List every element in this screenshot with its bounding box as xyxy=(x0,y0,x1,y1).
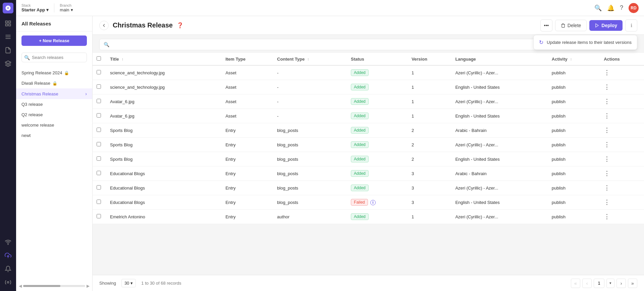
svg-rect-3 xyxy=(9,24,11,26)
row-checkbox[interactable] xyxy=(97,142,101,146)
activity-sort-icon[interactable]: ↕ xyxy=(570,57,572,61)
row-checkbox-cell xyxy=(93,80,106,94)
row-checkbox[interactable] xyxy=(97,156,101,161)
sidebar-item-q2[interactable]: Q2 release xyxy=(16,110,92,120)
row-checkbox[interactable] xyxy=(97,70,101,74)
user-avatar[interactable]: RD xyxy=(629,3,639,13)
page-help-icon[interactable]: ❓ xyxy=(177,22,183,28)
nav-dashboard-icon[interactable] xyxy=(2,17,14,29)
row-checkbox[interactable] xyxy=(97,185,101,190)
row-actions: ⋮ xyxy=(600,80,644,94)
nav-upload-icon[interactable] xyxy=(2,249,14,262)
per-page-value: 30 xyxy=(124,281,129,286)
row-actions-menu[interactable]: ⋮ xyxy=(604,141,610,148)
row-activity: publish xyxy=(548,210,600,224)
select-all-checkbox[interactable] xyxy=(97,56,101,61)
sidebar-item-newt[interactable]: newt xyxy=(16,130,92,141)
app-dropdown-icon[interactable]: ▾ xyxy=(46,7,49,12)
delete-button[interactable]: Delete xyxy=(555,20,587,31)
title-sort-icon[interactable]: ↕ xyxy=(122,57,124,61)
row-checkbox[interactable] xyxy=(97,128,101,132)
row-status: Added xyxy=(347,80,408,94)
sidebar-item-q3[interactable]: Q3 release xyxy=(16,99,92,110)
row-content-type: blog_posts xyxy=(273,152,347,166)
app-logo[interactable] xyxy=(3,3,13,13)
scroll-right-arrow[interactable]: ▶ xyxy=(87,284,90,288)
sidebar-item-welcome[interactable]: welcome release xyxy=(16,120,92,130)
row-actions: ⋮ xyxy=(600,123,644,138)
table-row: Avatar_6.jpg Asset - Added 1 Azeri (Cyri… xyxy=(93,94,644,109)
row-actions-menu[interactable]: ⋮ xyxy=(604,170,610,177)
nav-settings-icon[interactable] xyxy=(2,276,14,288)
app-selector[interactable]: Stack Starter App ▾ xyxy=(21,3,49,12)
page-title: Christmas Release xyxy=(113,21,173,29)
row-checkbox[interactable] xyxy=(97,200,101,204)
scroll-left-arrow[interactable]: ◀ xyxy=(19,284,22,288)
row-actions-menu[interactable]: ⋮ xyxy=(604,213,610,220)
page-dropdown-button[interactable]: ▾ xyxy=(606,279,614,288)
tooltip-popup: ↻ Update release items to their latest v… xyxy=(533,35,637,50)
row-item-type: Entry xyxy=(221,181,273,195)
last-page-button[interactable]: » xyxy=(628,279,637,288)
table-row: Educational Blogs Entry blog_posts Faile… xyxy=(93,195,644,210)
search-icon[interactable]: 🔍 xyxy=(594,4,602,12)
status-badge: Added xyxy=(351,69,369,76)
nav-layers-icon[interactable] xyxy=(2,58,14,70)
branch-dropdown-icon[interactable]: ▾ xyxy=(71,7,73,12)
row-status: Added xyxy=(347,138,408,152)
sidebar-title: All Releases xyxy=(16,16,92,31)
sidebar-item-label: Q2 release xyxy=(21,112,43,117)
row-actions-menu[interactable]: ⋮ xyxy=(604,156,610,162)
row-checkbox[interactable] xyxy=(97,171,101,175)
th-status: Status xyxy=(347,53,408,65)
row-actions-menu[interactable]: ⋮ xyxy=(604,185,610,191)
row-actions-menu[interactable]: ⋮ xyxy=(604,113,610,119)
row-actions-menu[interactable]: ⋮ xyxy=(604,98,610,105)
table-row: Sports Blog Entry blog_posts Added 2 Aze… xyxy=(93,138,644,152)
sidebar-search-input[interactable] xyxy=(21,53,87,62)
row-actions-menu[interactable]: ⋮ xyxy=(604,199,610,206)
back-button[interactable] xyxy=(99,21,109,30)
page-number-input[interactable] xyxy=(594,279,604,288)
row-actions-menu[interactable]: ⋮ xyxy=(604,69,610,76)
nav-content-icon[interactable] xyxy=(2,44,14,56)
row-activity: publish xyxy=(548,80,600,94)
help-icon[interactable]: ? xyxy=(620,4,623,11)
table-row: Educational Blogs Entry blog_posts Added… xyxy=(93,166,644,181)
prev-page-button[interactable]: ‹ xyxy=(582,279,592,288)
content-header: Christmas Release ❓ ••• Delete Deploy ℹ xyxy=(93,16,644,35)
sidebar-item-christmas[interactable]: Christmas Release › xyxy=(16,88,92,99)
row-actions: ⋮ xyxy=(600,181,644,195)
sidebar-item-label: Q3 release xyxy=(21,102,43,107)
info-button[interactable]: ℹ xyxy=(625,19,637,31)
row-title: Sports Blog xyxy=(106,152,221,166)
status-info-icon[interactable]: ℹ xyxy=(370,200,376,205)
per-page-dropdown-icon: ▾ xyxy=(130,281,133,286)
deploy-button[interactable]: Deploy xyxy=(589,20,623,31)
more-options-button[interactable]: ••• xyxy=(540,19,552,31)
sidebar-item-spring[interactable]: Spring Release 2024 🔒 xyxy=(16,68,92,78)
nav-bell-icon[interactable] xyxy=(2,263,14,275)
row-checkbox-cell xyxy=(93,152,106,166)
nav-list-icon[interactable] xyxy=(2,31,14,43)
next-page-button[interactable]: › xyxy=(616,279,626,288)
branch-selector[interactable]: Branch main ▾ xyxy=(54,3,73,12)
row-item-type: Entry xyxy=(221,123,273,138)
row-checkbox[interactable] xyxy=(97,113,101,118)
branch-name: main ▾ xyxy=(60,7,73,12)
content-type-sort-icon[interactable]: ↕ xyxy=(307,57,309,61)
row-actions-menu[interactable]: ⋮ xyxy=(604,127,610,134)
row-checkbox[interactable] xyxy=(97,84,101,89)
nav-broadcast-icon[interactable] xyxy=(2,236,14,248)
new-release-button[interactable]: + New Release xyxy=(21,35,87,46)
row-version: 2 xyxy=(408,138,451,152)
row-actions-menu[interactable]: ⋮ xyxy=(604,84,610,90)
sidebar-item-diwali[interactable]: Diwali Release 🔒 xyxy=(16,78,92,88)
row-checkbox[interactable] xyxy=(97,214,101,218)
sidebar-item-label: newt xyxy=(21,133,31,138)
status-badge: Added xyxy=(351,170,369,177)
first-page-button[interactable]: « xyxy=(571,279,580,288)
per-page-selector[interactable]: 30 ▾ xyxy=(121,279,136,287)
notifications-icon[interactable]: 🔔 xyxy=(607,4,614,12)
row-checkbox[interactable] xyxy=(97,99,101,103)
